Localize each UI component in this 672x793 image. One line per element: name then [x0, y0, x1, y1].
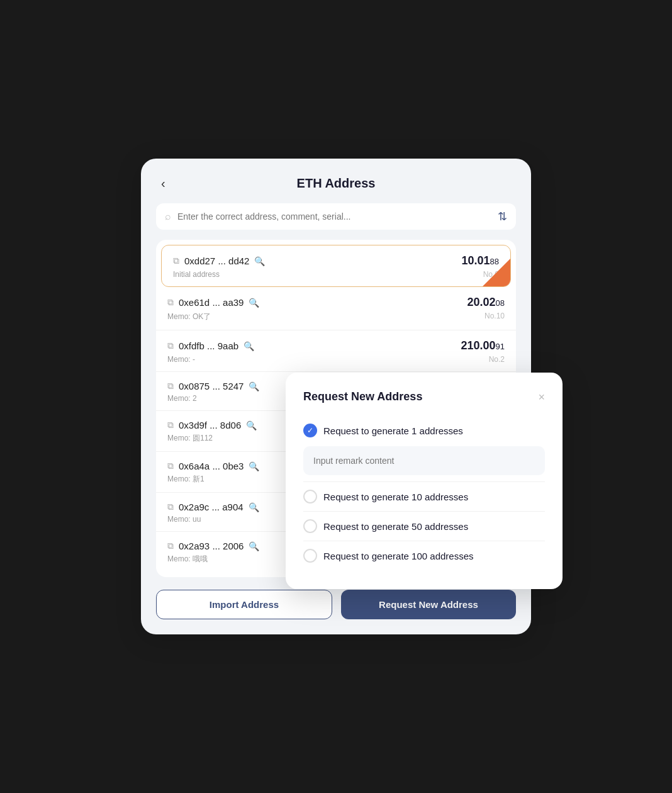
memo-2: Memo: OK了 — [167, 312, 211, 322]
copy-icon-2[interactable]: ⧉ — [167, 297, 174, 308]
modal-header: Request New Address × — [303, 390, 545, 403]
address-text-7: 0x2a9c ... a904 — [179, 502, 244, 512]
remark-input-wrap — [303, 446, 545, 475]
amount-decimal-3: 91 — [496, 342, 505, 351]
request-new-address-button[interactable]: Request New Address — [341, 590, 516, 619]
memo-4: Memo: 2 — [167, 394, 197, 403]
copy-icon-8[interactable]: ⧉ — [167, 541, 174, 551]
copy-icon-4[interactable]: ⧉ — [167, 381, 174, 391]
modal-overlay: Request New Address × ✓ Request to gener… — [286, 373, 563, 589]
request-new-address-modal: Request New Address × ✓ Request to gener… — [286, 373, 563, 589]
address-text-8: 0x2a93 ... 2006 — [179, 541, 244, 551]
remark-input[interactable] — [313, 456, 535, 466]
main-card: ‹ ETH Address ⌕ ⇅ ⧉ 0xdd27 ... dd42 🔍 10… — [141, 159, 531, 634]
radio-label-4: Request to generate 100 addresses — [323, 551, 474, 561]
memo-8: Memo: 哦哦 — [167, 554, 208, 565]
radio-option-4[interactable]: Request to generate 100 addresses — [303, 543, 545, 569]
radio-option-3[interactable]: Request to generate 50 addresses — [303, 513, 545, 539]
radio-circle-1: ✓ — [303, 424, 317, 437]
header: ‹ ETH Address — [156, 176, 516, 191]
address-text-5: 0x3d9f ... 8d06 — [179, 420, 241, 430]
filter-icon[interactable]: ⇅ — [498, 210, 507, 223]
search-address-icon-6[interactable]: 🔍 — [249, 461, 259, 471]
radio-label-3: Request to generate 50 addresses — [323, 521, 468, 532]
search-icon: ⌕ — [165, 211, 171, 222]
address-item-2[interactable]: ⧉ 0xe61d ... aa39 🔍 20.0208 Memo: OK了 No… — [156, 287, 516, 330]
radio-circle-3 — [303, 519, 317, 533]
search-address-icon-7[interactable]: 🔍 — [249, 502, 259, 512]
radio-option-1[interactable]: ✓ Request to generate 1 addresses — [303, 417, 545, 444]
address-text-6: 0x6a4a ... 0be3 — [179, 461, 244, 471]
radio-option-2[interactable]: Request to generate 10 addresses — [303, 483, 545, 510]
radio-label-1: Request to generate 1 addresses — [323, 425, 463, 436]
search-address-icon-1[interactable]: 🔍 — [254, 256, 265, 266]
divider-1 — [303, 481, 545, 482]
check-icon-1: ✓ — [307, 426, 313, 435]
search-address-icon-2[interactable]: 🔍 — [249, 298, 259, 308]
search-address-icon-4[interactable]: 🔍 — [249, 381, 259, 391]
address-item-1[interactable]: ⧉ 0xdd27 ... dd42 🔍 10.0188 Initial addr… — [161, 245, 511, 287]
amount-main-2: 20.02 — [467, 296, 495, 308]
radio-label-2: Request to generate 10 addresses — [323, 492, 468, 502]
address-text-1: 0xdd27 ... dd42 — [184, 256, 249, 266]
search-address-icon-8[interactable]: 🔍 — [249, 541, 259, 551]
address-text-4: 0x0875 ... 5247 — [179, 381, 244, 391]
copy-icon-1[interactable]: ⧉ — [173, 256, 179, 266]
amount-decimal-2: 08 — [496, 298, 505, 308]
import-address-button[interactable]: Import Address — [156, 590, 332, 619]
divider-2 — [303, 511, 545, 512]
no-badge-2: No.10 — [484, 312, 505, 322]
copy-icon-5[interactable]: ⧉ — [167, 420, 174, 430]
memo-7: Memo: uu — [167, 515, 201, 524]
search-address-icon-3[interactable]: 🔍 — [244, 341, 254, 351]
copy-icon-6[interactable]: ⧉ — [167, 461, 174, 471]
address-text-2: 0xe61d ... aa39 — [179, 297, 244, 308]
memo-6: Memo: 新1 — [167, 474, 204, 485]
copy-icon-3[interactable]: ⧉ — [167, 340, 174, 351]
modal-close-button[interactable]: × — [538, 391, 545, 403]
modal-title: Request New Address — [303, 390, 422, 403]
bottom-bar: Import Address Request New Address — [156, 590, 516, 619]
divider-3 — [303, 541, 545, 541]
corner-badge-1 — [483, 259, 510, 286]
search-address-icon-5[interactable]: 🔍 — [246, 420, 257, 430]
search-input[interactable] — [177, 211, 491, 222]
search-bar: ⌕ ⇅ — [156, 203, 516, 230]
back-button[interactable]: ‹ — [156, 174, 171, 193]
address-item-3[interactable]: ⧉ 0xfdfb ... 9aab 🔍 210.0091 Memo: - No.… — [156, 330, 516, 372]
memo-5: Memo: 圆112 — [167, 433, 213, 444]
memo-3: Memo: - — [167, 355, 195, 364]
radio-circle-4 — [303, 549, 317, 563]
no-badge-3: No.2 — [489, 355, 505, 364]
page-title: ETH Address — [297, 176, 376, 191]
copy-icon-7[interactable]: ⧉ — [167, 502, 174, 512]
amount-main-3: 210.00 — [461, 339, 495, 352]
memo-1: Initial address — [173, 270, 220, 279]
address-text-3: 0xfdfb ... 9aab — [179, 340, 238, 351]
radio-circle-2 — [303, 490, 317, 503]
